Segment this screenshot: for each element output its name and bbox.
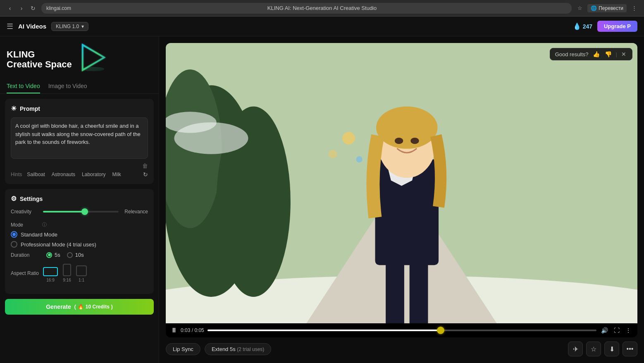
brand-logo xyxy=(77,43,114,76)
content-area: Good results? 👍 👎 | ✕ xyxy=(159,36,644,363)
aspect-wide-box[interactable] xyxy=(43,267,58,276)
fire-icon: 🔥 xyxy=(78,304,84,310)
settings-panel-header: ⚙ Settings xyxy=(11,195,148,203)
svg-point-16 xyxy=(342,132,355,145)
mode-professional-radio[interactable] xyxy=(11,241,17,248)
extend-label: Extend 5s xyxy=(212,346,236,352)
aspect-square-option[interactable]: 1:1 xyxy=(76,265,87,282)
tab-text-to-video[interactable]: Text to Video xyxy=(7,79,40,93)
brand-text: KLING Creative Space xyxy=(7,50,72,69)
lip-sync-button[interactable]: Lip Sync xyxy=(166,343,200,355)
delete-icon[interactable]: 🗑 xyxy=(142,162,148,169)
hint-sailboat[interactable]: Sailboat xyxy=(25,171,46,178)
more-options-button[interactable]: ⋮ xyxy=(624,327,632,334)
creativity-row: Creativity Relevance xyxy=(11,208,148,216)
progress-bar[interactable] xyxy=(208,330,596,331)
mode-standard-option[interactable]: Standard Mode xyxy=(11,231,148,238)
svg-point-9 xyxy=(166,112,217,133)
video-control-buttons-right: 🔊 ⛶ ⋮ xyxy=(600,327,632,334)
more-action-button[interactable]: ••• xyxy=(623,342,637,356)
hint-astronauts[interactable]: Astronauts xyxy=(50,171,77,178)
tab-image-to-video[interactable]: Image to Video xyxy=(48,79,87,93)
app-title: AI Videos xyxy=(18,23,46,30)
download-button[interactable]: ⬇ xyxy=(604,342,619,356)
aspect-ratio-label: Aspect Ratio xyxy=(11,270,40,276)
extend-button[interactable]: Extend 5s (2 trial uses) xyxy=(205,343,271,355)
video-controls: ⏸ 0:03 / 0:05 🔊 ⛶ ⋮ xyxy=(166,323,637,337)
translate-icon: 🌐 xyxy=(591,5,597,11)
main-layout: KLING Creative Space xyxy=(0,36,644,363)
hint-milk[interactable]: Milk xyxy=(110,171,122,178)
star-icon: ☆ xyxy=(591,345,596,353)
svg-point-2 xyxy=(83,67,105,72)
version-selector[interactable]: KLING 1.0 ▾ xyxy=(51,22,88,31)
url-text: klingai.com xyxy=(46,5,71,11)
header-right: 💧 247 Upgrade P xyxy=(573,21,637,32)
hint-laboratory[interactable]: Laboratory xyxy=(80,171,107,178)
more-button[interactable]: ⋮ xyxy=(629,3,639,13)
aspect-square-box[interactable] xyxy=(76,265,87,276)
good-results-text: Good results? xyxy=(555,51,589,57)
bookmark-button[interactable]: ☆ xyxy=(575,3,585,13)
generate-button[interactable]: Generate (🔥 10 Credits) xyxy=(5,299,154,315)
prompt-textarea[interactable]: A cool girl with blonde hair, a cheerful… xyxy=(11,117,148,159)
duration-10s-label: 10s xyxy=(75,252,84,258)
fullscreen-button[interactable]: ⛶ xyxy=(613,327,621,334)
slider-thumb[interactable] xyxy=(81,208,88,215)
prompt-panel-header: ☀ Prompt xyxy=(11,105,148,112)
svg-point-15 xyxy=(410,138,419,144)
chevron-down-icon: ▾ xyxy=(81,24,84,29)
share-icon: ✈ xyxy=(573,345,578,353)
upgrade-button[interactable]: Upgrade P xyxy=(597,21,637,32)
relevance-label: Relevance xyxy=(124,209,148,215)
svg-point-17 xyxy=(329,150,337,158)
duration-5s-option[interactable]: 5s xyxy=(46,252,60,258)
creativity-label: Creativity xyxy=(11,209,40,215)
prompt-label: Prompt xyxy=(20,105,40,112)
aspect-wide-label: 16:9 xyxy=(46,278,54,282)
duration-5s-radio[interactable] xyxy=(46,252,52,258)
address-bar[interactable]: klingai.com xyxy=(41,3,572,14)
settings-panel: ⚙ Settings Creativity Relevance xyxy=(5,189,154,294)
aspect-wide-option[interactable]: 16:9 xyxy=(43,267,58,282)
pause-button[interactable]: ⏸ xyxy=(171,327,177,334)
mode-professional-label: Professional Mode (4 trial uses) xyxy=(21,241,96,248)
browser-chrome: ‹ › ↻ klingai.com ☆ 🌐 Перевести ⋮ KLING … xyxy=(0,0,644,17)
nav-buttons: ‹ › ↻ xyxy=(5,3,38,13)
good-results-bar: Good results? 👍 👎 | ✕ xyxy=(550,48,632,60)
aspect-tall-option[interactable]: 9:16 xyxy=(63,264,71,282)
mode-professional-option[interactable]: Professional Mode (4 trial uses) xyxy=(11,241,148,248)
sidebar-content: ☀ Prompt A cool girl with blonde hair, a… xyxy=(0,94,159,363)
aspect-square-label: 1:1 xyxy=(79,278,84,282)
close-results-button[interactable]: ✕ xyxy=(620,51,627,57)
volume-button[interactable]: 🔊 xyxy=(600,327,609,334)
share-button[interactable]: ✈ xyxy=(568,342,583,356)
sun-icon: ☀ xyxy=(11,105,17,112)
progress-fill xyxy=(208,330,441,331)
creativity-slider[interactable] xyxy=(43,208,119,216)
progress-thumb[interactable] xyxy=(437,327,444,334)
refresh-button[interactable]: ↻ xyxy=(28,3,38,13)
prompt-panel: ☀ Prompt A cool girl with blonde hair, a… xyxy=(5,99,154,184)
forward-button[interactable]: › xyxy=(17,3,26,13)
thumbs-up-button[interactable]: 👍 xyxy=(592,51,601,57)
mode-standard-radio[interactable] xyxy=(11,231,17,238)
translate-button[interactable]: 🌐 Перевести xyxy=(587,4,627,12)
mode-label: Mode xyxy=(11,222,40,228)
duration-options: 5s 10s xyxy=(46,252,84,258)
aspect-ratio-row: Aspect Ratio 16:9 9:16 1:1 xyxy=(11,264,148,282)
favorite-button[interactable]: ☆ xyxy=(586,342,601,356)
generate-label: Generate xyxy=(46,303,71,310)
refresh-hints-icon[interactable]: ↻ xyxy=(143,171,148,178)
duration-10s-option[interactable]: 10s xyxy=(67,252,84,258)
aspect-tall-box[interactable] xyxy=(63,264,71,276)
svg-point-18 xyxy=(356,156,362,162)
svg-point-13 xyxy=(376,107,437,149)
duration-10s-radio[interactable] xyxy=(67,252,73,258)
action-icons-right: ✈ ☆ ⬇ ••• xyxy=(568,342,637,356)
duration-5s-label: 5s xyxy=(55,252,60,258)
thumbs-down-button[interactable]: 👎 xyxy=(604,51,613,57)
brand-name-creative: Creative Space xyxy=(7,60,72,69)
back-button[interactable]: ‹ xyxy=(5,3,15,13)
menu-icon[interactable]: ☰ xyxy=(7,22,13,31)
